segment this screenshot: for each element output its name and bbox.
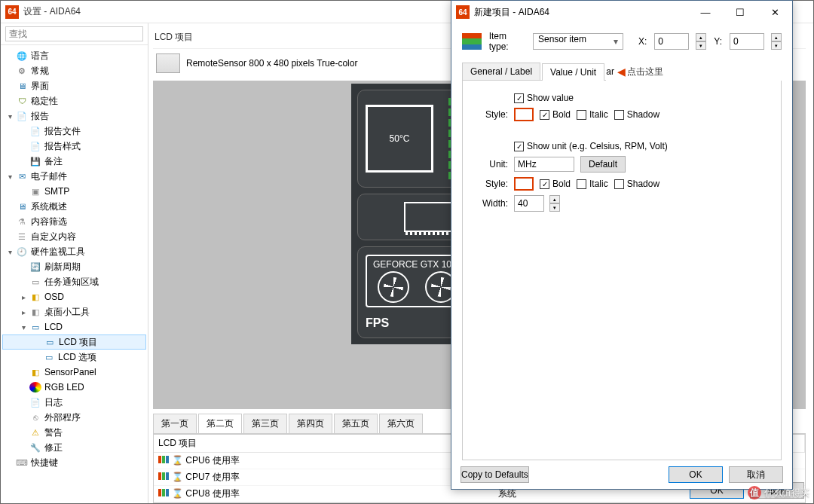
tree-item[interactable]: ▾🕘硬件监视工具 [2,244,146,259]
page-tab[interactable]: 第三页 [243,414,287,433]
dialog-tabs: General / LabelValue / Unit [462,63,606,81]
tree-item[interactable]: ▸◧OSD [2,289,146,304]
tree-label: SMTP [44,186,69,197]
tree-icon: ☰ [16,231,28,242]
tree-item[interactable]: 🖥系统概述 [2,199,146,214]
tree-icon: 📄 [29,141,41,151]
tree-icon: ⚠ [29,427,41,438]
window-title: 设置 - AIDA64 [23,5,81,18]
tree-item[interactable]: 💾备注 [2,154,146,169]
new-item-dialog: 64 新建项目 - AIDA64 — ☐ ✕ Item type: Sensor… [451,0,793,490]
maximize-button[interactable]: ☐ [723,1,757,23]
tree-label: 桌面小工具 [44,306,90,319]
style-label: Style: [472,109,508,120]
tree-item[interactable]: ⚗内容筛选 [2,214,146,229]
tree-icon: ▭ [44,337,56,347]
tree-icon: ⚙ [16,66,28,76]
tree-label: 稳定性 [31,95,58,108]
remote-sensor-label: RemoteSensor 800 x 480 pixels True-color [186,58,357,69]
tree-icon: ▭ [43,352,55,362]
tree-item[interactable]: ▭任务通知区域 [2,274,146,289]
tree-icon: ◧ [29,367,41,377]
dialog-tab[interactable]: General / Label [462,63,540,80]
tree-item[interactable]: 🛡稳定性 [2,93,146,108]
tree-item[interactable]: ⚙常规 [2,63,146,78]
value-color-swatch[interactable] [514,108,534,121]
tree-item[interactable]: RGB LED [2,380,146,395]
dialog-tab[interactable]: Value / Unit [542,63,604,81]
minimize-button[interactable]: — [688,1,723,23]
tree-item[interactable]: ⌨快捷键 [2,455,146,470]
settings-tree[interactable]: 🌐语言⚙常规🖥界面🛡稳定性▾📄报告📄报告文件📄报告样式💾备注▾✉电子邮件▣SMT… [1,45,148,503]
x-spinner[interactable]: ▴▾ [696,33,706,50]
tree-icon: 🔧 [29,442,41,453]
tree-label: 系统概述 [31,200,67,213]
table-header[interactable]: LCD 项目 [154,435,494,453]
tree-icon: ◧ [29,292,41,302]
x-input[interactable] [654,33,689,50]
tree-item[interactable]: 🔄刷新周期 [2,259,146,274]
tree-icon: ⚗ [16,216,28,227]
unit-italic-checkbox[interactable]: Italic [577,179,608,189]
arrow-icon: ◀ [617,66,626,78]
tree-icon: 🖥 [16,201,28,212]
tree-item[interactable]: ▭LCD 选项 [2,350,146,365]
tree-item[interactable]: 🖥界面 [2,78,146,93]
tree-item[interactable]: ☰自定义内容 [2,229,146,244]
page-tab[interactable]: 第二页 [198,414,242,433]
tree-item[interactable]: 📄日志 [2,395,146,410]
unit-bold-checkbox[interactable]: ✓Bold [540,179,571,189]
width-label: Width: [472,198,508,209]
tree-icon: 🖥 [16,81,28,91]
tree-item[interactable]: ▾▭LCD [2,319,146,334]
tree-item[interactable]: ⚠警告 [2,425,146,440]
tree-item[interactable]: ▾📄报告 [2,108,146,124]
dialog-cancel-button[interactable]: 取消 [729,466,783,483]
copy-defaults-button[interactable]: Copy to Defaults [461,466,529,483]
tree-item[interactable]: ⎋外部程序 [2,410,146,425]
value-bold-checkbox[interactable]: ✓Bold [540,109,571,120]
item-type-icon [462,33,482,50]
unit-shadow-checkbox[interactable]: Shadow [614,179,659,189]
tree-item[interactable]: 📄报告样式 [2,139,146,154]
page-tab[interactable]: 第一页 [153,414,197,433]
page-tab[interactable]: 第四页 [289,414,332,433]
search-input[interactable] [5,26,143,41]
tree-item[interactable]: ▭LCD 项目 [2,334,146,350]
unit-color-swatch[interactable] [514,177,534,191]
unit-input[interactable] [514,157,574,172]
tree-item[interactable]: ◧SensorPanel [2,365,146,380]
value-italic-checkbox[interactable]: Italic [577,109,608,120]
tree-item[interactable]: ▣SMTP [2,184,146,199]
width-input[interactable] [514,195,544,212]
show-value-checkbox[interactable]: ✓Show value [514,93,574,103]
value-shadow-checkbox[interactable]: Shadow [614,109,659,120]
tree-icon: ▭ [29,276,41,287]
unit-label: Unit: [472,159,508,170]
tree-icon: 🕘 [16,246,28,257]
table-row[interactable]: 🔊 主音量系统504, 395 [154,502,805,504]
page-tab[interactable]: 第六页 [379,414,423,433]
cpu-chip-icon: 50°C [366,105,433,173]
tree-icon: ◧ [29,307,41,317]
tree-item[interactable]: ▾✉电子邮件 [2,169,146,184]
dialog-ok-button[interactable]: OK [669,466,723,483]
dialog-title: 新建项目 - AIDA64 [474,6,688,19]
width-spinner[interactable]: ▴▾ [549,195,560,212]
tree-item[interactable]: 📄报告文件 [2,124,146,139]
tree-label: 刷新周期 [44,261,81,273]
page-tab[interactable]: 第五页 [334,414,378,433]
show-unit-checkbox[interactable]: ✓Show unit (e.g. Celsius, RPM, Volt) [514,141,668,151]
tree-label: 硬件监视工具 [31,246,85,258]
item-type-select[interactable]: Sensor item [533,33,623,50]
y-input[interactable] [730,33,764,50]
tree-item[interactable]: 🌐语言 [2,48,146,63]
y-spinner[interactable]: ▴▾ [771,33,782,50]
tree-label: SensorPanel [44,367,96,377]
tabs-overflow: ar [606,66,614,77]
close-button[interactable]: ✕ [757,1,792,23]
tree-item[interactable]: ▸◧桌面小工具 [2,304,146,319]
default-button[interactable]: Default [580,156,626,173]
tree-item[interactable]: 🔧修正 [2,440,146,455]
tree-icon: ⎋ [29,412,41,423]
